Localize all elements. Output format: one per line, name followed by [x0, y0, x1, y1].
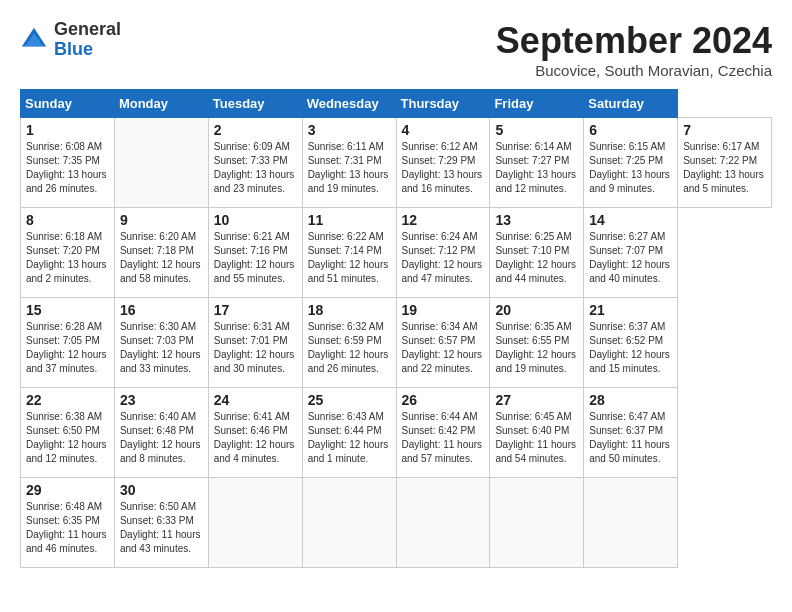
- calendar-day: [584, 478, 678, 568]
- day-info: Sunrise: 6:24 AMSunset: 7:12 PMDaylight:…: [402, 230, 485, 286]
- day-info: Sunrise: 6:27 AMSunset: 7:07 PMDaylight:…: [589, 230, 672, 286]
- weekday-header: Monday: [114, 90, 208, 118]
- calendar-day: 17Sunrise: 6:31 AMSunset: 7:01 PMDayligh…: [208, 298, 302, 388]
- day-number: 22: [26, 392, 109, 408]
- day-number: 15: [26, 302, 109, 318]
- day-info: Sunrise: 6:30 AMSunset: 7:03 PMDaylight:…: [120, 320, 203, 376]
- calendar-day: [302, 478, 396, 568]
- day-number: 28: [589, 392, 672, 408]
- calendar-day: 23Sunrise: 6:40 AMSunset: 6:48 PMDayligh…: [114, 388, 208, 478]
- day-info: Sunrise: 6:21 AMSunset: 7:16 PMDaylight:…: [214, 230, 297, 286]
- day-info: Sunrise: 6:20 AMSunset: 7:18 PMDaylight:…: [120, 230, 203, 286]
- calendar-day: 25Sunrise: 6:43 AMSunset: 6:44 PMDayligh…: [302, 388, 396, 478]
- calendar-day: 13Sunrise: 6:25 AMSunset: 7:10 PMDayligh…: [490, 208, 584, 298]
- weekday-header-row: SundayMondayTuesdayWednesdayThursdayFrid…: [21, 90, 772, 118]
- day-info: Sunrise: 6:38 AMSunset: 6:50 PMDaylight:…: [26, 410, 109, 466]
- calendar-day: 8Sunrise: 6:18 AMSunset: 7:20 PMDaylight…: [21, 208, 115, 298]
- calendar-day: 4Sunrise: 6:12 AMSunset: 7:29 PMDaylight…: [396, 118, 490, 208]
- calendar-day: 19Sunrise: 6:34 AMSunset: 6:57 PMDayligh…: [396, 298, 490, 388]
- day-info: Sunrise: 6:31 AMSunset: 7:01 PMDaylight:…: [214, 320, 297, 376]
- calendar-day: 27Sunrise: 6:45 AMSunset: 6:40 PMDayligh…: [490, 388, 584, 478]
- calendar-day: [114, 118, 208, 208]
- day-number: 14: [589, 212, 672, 228]
- logo-blue: Blue: [54, 40, 121, 60]
- calendar-day: 14Sunrise: 6:27 AMSunset: 7:07 PMDayligh…: [584, 208, 678, 298]
- calendar-day: 6Sunrise: 6:15 AMSunset: 7:25 PMDaylight…: [584, 118, 678, 208]
- calendar-day: 10Sunrise: 6:21 AMSunset: 7:16 PMDayligh…: [208, 208, 302, 298]
- day-info: Sunrise: 6:15 AMSunset: 7:25 PMDaylight:…: [589, 140, 672, 196]
- day-number: 20: [495, 302, 578, 318]
- calendar-day: 2Sunrise: 6:09 AMSunset: 7:33 PMDaylight…: [208, 118, 302, 208]
- calendar-day: 1Sunrise: 6:08 AMSunset: 7:35 PMDaylight…: [21, 118, 115, 208]
- title-block: September 2024 Bucovice, South Moravian,…: [496, 20, 772, 79]
- day-number: 13: [495, 212, 578, 228]
- day-number: 7: [683, 122, 766, 138]
- day-number: 3: [308, 122, 391, 138]
- day-number: 27: [495, 392, 578, 408]
- day-number: 21: [589, 302, 672, 318]
- day-info: Sunrise: 6:34 AMSunset: 6:57 PMDaylight:…: [402, 320, 485, 376]
- calendar-week-row: 22Sunrise: 6:38 AMSunset: 6:50 PMDayligh…: [21, 388, 772, 478]
- day-info: Sunrise: 6:08 AMSunset: 7:35 PMDaylight:…: [26, 140, 109, 196]
- day-info: Sunrise: 6:22 AMSunset: 7:14 PMDaylight:…: [308, 230, 391, 286]
- calendar-day: 21Sunrise: 6:37 AMSunset: 6:52 PMDayligh…: [584, 298, 678, 388]
- day-info: Sunrise: 6:28 AMSunset: 7:05 PMDaylight:…: [26, 320, 109, 376]
- weekday-header: Thursday: [396, 90, 490, 118]
- logo-icon: [20, 26, 48, 54]
- day-number: 5: [495, 122, 578, 138]
- day-info: Sunrise: 6:25 AMSunset: 7:10 PMDaylight:…: [495, 230, 578, 286]
- weekday-header: Sunday: [21, 90, 115, 118]
- calendar-week-row: 29Sunrise: 6:48 AMSunset: 6:35 PMDayligh…: [21, 478, 772, 568]
- calendar-day: 12Sunrise: 6:24 AMSunset: 7:12 PMDayligh…: [396, 208, 490, 298]
- logo-text: General Blue: [54, 20, 121, 60]
- calendar-day: 28Sunrise: 6:47 AMSunset: 6:37 PMDayligh…: [584, 388, 678, 478]
- day-number: 17: [214, 302, 297, 318]
- day-info: Sunrise: 6:37 AMSunset: 6:52 PMDaylight:…: [589, 320, 672, 376]
- day-info: Sunrise: 6:35 AMSunset: 6:55 PMDaylight:…: [495, 320, 578, 376]
- calendar-day: 22Sunrise: 6:38 AMSunset: 6:50 PMDayligh…: [21, 388, 115, 478]
- calendar-week-row: 1Sunrise: 6:08 AMSunset: 7:35 PMDaylight…: [21, 118, 772, 208]
- day-number: 19: [402, 302, 485, 318]
- calendar-day: 20Sunrise: 6:35 AMSunset: 6:55 PMDayligh…: [490, 298, 584, 388]
- calendar-day: 3Sunrise: 6:11 AMSunset: 7:31 PMDaylight…: [302, 118, 396, 208]
- day-info: Sunrise: 6:47 AMSunset: 6:37 PMDaylight:…: [589, 410, 672, 466]
- calendar-week-row: 8Sunrise: 6:18 AMSunset: 7:20 PMDaylight…: [21, 208, 772, 298]
- logo: General Blue: [20, 20, 121, 60]
- day-number: 1: [26, 122, 109, 138]
- page-header: General Blue September 2024 Bucovice, So…: [20, 20, 772, 79]
- calendar-day: [490, 478, 584, 568]
- calendar-day: 16Sunrise: 6:30 AMSunset: 7:03 PMDayligh…: [114, 298, 208, 388]
- day-number: 2: [214, 122, 297, 138]
- day-info: Sunrise: 6:09 AMSunset: 7:33 PMDaylight:…: [214, 140, 297, 196]
- day-info: Sunrise: 6:17 AMSunset: 7:22 PMDaylight:…: [683, 140, 766, 196]
- day-number: 6: [589, 122, 672, 138]
- calendar-day: 9Sunrise: 6:20 AMSunset: 7:18 PMDaylight…: [114, 208, 208, 298]
- day-info: Sunrise: 6:48 AMSunset: 6:35 PMDaylight:…: [26, 500, 109, 556]
- day-info: Sunrise: 6:11 AMSunset: 7:31 PMDaylight:…: [308, 140, 391, 196]
- weekday-header: Friday: [490, 90, 584, 118]
- location-subtitle: Bucovice, South Moravian, Czechia: [496, 62, 772, 79]
- day-number: 8: [26, 212, 109, 228]
- day-info: Sunrise: 6:32 AMSunset: 6:59 PMDaylight:…: [308, 320, 391, 376]
- day-info: Sunrise: 6:40 AMSunset: 6:48 PMDaylight:…: [120, 410, 203, 466]
- day-info: Sunrise: 6:18 AMSunset: 7:20 PMDaylight:…: [26, 230, 109, 286]
- logo-general: General: [54, 20, 121, 40]
- calendar-day: 29Sunrise: 6:48 AMSunset: 6:35 PMDayligh…: [21, 478, 115, 568]
- day-info: Sunrise: 6:14 AMSunset: 7:27 PMDaylight:…: [495, 140, 578, 196]
- calendar-week-row: 15Sunrise: 6:28 AMSunset: 7:05 PMDayligh…: [21, 298, 772, 388]
- calendar-day: 11Sunrise: 6:22 AMSunset: 7:14 PMDayligh…: [302, 208, 396, 298]
- calendar-day: 5Sunrise: 6:14 AMSunset: 7:27 PMDaylight…: [490, 118, 584, 208]
- day-number: 23: [120, 392, 203, 408]
- day-number: 11: [308, 212, 391, 228]
- calendar-day: 18Sunrise: 6:32 AMSunset: 6:59 PMDayligh…: [302, 298, 396, 388]
- day-number: 26: [402, 392, 485, 408]
- month-title: September 2024: [496, 20, 772, 62]
- weekday-header: Saturday: [584, 90, 678, 118]
- weekday-header: Tuesday: [208, 90, 302, 118]
- day-info: Sunrise: 6:44 AMSunset: 6:42 PMDaylight:…: [402, 410, 485, 466]
- weekday-header: Wednesday: [302, 90, 396, 118]
- calendar-day: [396, 478, 490, 568]
- calendar-day: 26Sunrise: 6:44 AMSunset: 6:42 PMDayligh…: [396, 388, 490, 478]
- calendar-day: 15Sunrise: 6:28 AMSunset: 7:05 PMDayligh…: [21, 298, 115, 388]
- day-number: 10: [214, 212, 297, 228]
